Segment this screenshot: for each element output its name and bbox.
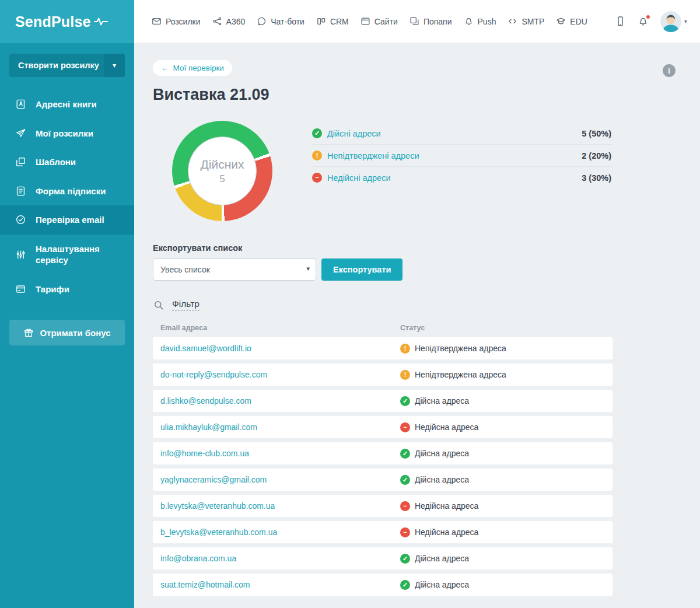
- status-label: Недійсна адреса: [415, 501, 478, 511]
- sidebar-item-email-verification[interactable]: Перевірка email: [0, 205, 134, 235]
- check-circle-icon: [15, 214, 27, 225]
- chevron-down-icon[interactable]: ▾: [104, 54, 125, 77]
- notification-dot: [646, 15, 650, 19]
- topnav-item-crm[interactable]: CRM: [316, 16, 349, 26]
- address-book-icon: [15, 99, 27, 110]
- sidebar-item-service-settings[interactable]: Налаштування сервісу: [0, 235, 134, 275]
- chevron-down-icon: ▾: [684, 18, 687, 25]
- filter-link[interactable]: Фільтр: [172, 299, 200, 311]
- get-bonus-label: Отримати бонус: [40, 328, 110, 338]
- mobile-app-icon[interactable]: [615, 16, 626, 27]
- sidebar-item-templates[interactable]: Шаблони: [0, 148, 134, 177]
- email-link[interactable]: d.lishko@sendpulse.com: [160, 396, 400, 406]
- sidebar-item-label: Форма підписки: [36, 186, 106, 197]
- topnav-label: Сайти: [374, 17, 398, 26]
- topnav-item-a360[interactable]: A360: [212, 16, 246, 26]
- donut-center-label: Дійсних: [201, 158, 244, 172]
- sidebar-item-address-books[interactable]: Адресні книги: [0, 90, 134, 119]
- push-bell-icon: [464, 16, 474, 26]
- email-results-table: david.samuel@wordlift.io ! Непідтверджен…: [153, 337, 612, 596]
- notifications-bell-icon[interactable]: [638, 16, 649, 27]
- email-link[interactable]: yaglynaceramics@gmail.com: [160, 475, 400, 484]
- table-row: info@obrana.com.ua ✓ Дійсна адреса: [153, 547, 612, 569]
- topnav-label: Push: [478, 17, 496, 26]
- create-campaign-button[interactable]: Створити розсилку ▾: [9, 54, 125, 77]
- content-area: i ← Мої перевірки Виставка 21.09 Дійсних…: [134, 43, 700, 608]
- templates-icon: [15, 156, 27, 167]
- export-scope-select[interactable]: Увесь список: [153, 258, 316, 281]
- table-row: ulia.mikhayluk@gmail.com − Недійсна адре…: [153, 416, 612, 438]
- topnav-label: A360: [226, 17, 246, 26]
- legend-label-link[interactable]: Дійсні адреси: [327, 129, 381, 138]
- legend-label-link[interactable]: Недійсні адреси: [327, 173, 391, 183]
- sidebar-item-tariffs[interactable]: Тарифи: [0, 275, 134, 304]
- topnav-label: EDU: [570, 17, 587, 26]
- topnav-item-popups[interactable]: Попапи: [410, 16, 452, 26]
- envelope-icon: [152, 16, 162, 26]
- legend-item: ! Непідтверджені адреси 2 (20%): [311, 145, 612, 167]
- topnav-item-sites[interactable]: Сайти: [360, 16, 398, 26]
- status-cell: ✓ Дійсна адреса: [400, 580, 469, 590]
- topnav-item-chatbots[interactable]: Чат-боти: [257, 16, 304, 26]
- edu-cap-icon: [556, 16, 566, 26]
- legend-value: 2 (20%): [582, 151, 611, 160]
- topbar-right-cluster: ▾: [615, 11, 687, 32]
- sidebar-nav: Адресні книги Мої розсилки Шаблони Форма…: [0, 90, 134, 303]
- status-label: Дійсна адреса: [415, 554, 469, 563]
- status-icon: !: [400, 344, 410, 354]
- topnav-item-smtp[interactable]: SMTP: [508, 16, 544, 26]
- status-label: Дійсна адреса: [415, 396, 469, 406]
- table-row: do-not-reply@sendpulse.com ! Непідтвердж…: [153, 364, 612, 386]
- get-bonus-button[interactable]: Отримати бонус: [9, 320, 125, 345]
- sidebar-item-subscription-forms[interactable]: Форма підписки: [0, 177, 134, 206]
- email-link[interactable]: info@obrana.com.ua: [160, 554, 400, 563]
- account-menu[interactable]: ▾: [660, 11, 687, 32]
- sidebar-item-my-campaigns[interactable]: Мої розсилки: [0, 119, 134, 148]
- brand-name: SendPulse: [15, 13, 91, 30]
- chart-legend: ✓ Дійсні адреси 5 (50%) ! Непідтверджені…: [311, 123, 612, 221]
- info-icon[interactable]: i: [663, 64, 676, 77]
- email-link[interactable]: info@home-club.com.ua: [160, 449, 400, 458]
- status-icon: ✓: [400, 449, 410, 459]
- card-icon: [15, 284, 27, 295]
- email-link[interactable]: do-not-reply@sendpulse.com: [160, 370, 400, 379]
- email-link[interactable]: b.levytska@veteranhub.com.ua: [160, 501, 400, 511]
- status-icon: −: [312, 173, 322, 183]
- topnav-item-push[interactable]: Push: [464, 16, 496, 26]
- export-button[interactable]: Експортувати: [321, 258, 402, 281]
- status-label: Недійсна адреса: [415, 422, 478, 432]
- legend-label-link[interactable]: Непідтверджені адреси: [327, 151, 419, 160]
- back-to-verifications-link[interactable]: ← Мої перевірки: [153, 60, 232, 76]
- form-icon: [15, 186, 27, 197]
- status-label: Непідтверджена адреса: [415, 370, 506, 379]
- topnav-item-campaigns[interactable]: Розсилки: [152, 16, 201, 26]
- status-icon: −: [400, 422, 410, 432]
- email-link[interactable]: suat.temiz@hotmail.com: [160, 580, 400, 589]
- top-navigation: Розсилки A360 Чат-боти CRM Сайти Попапи: [134, 0, 700, 43]
- topnav-item-edu[interactable]: EDU: [556, 16, 587, 26]
- status-icon: ✓: [400, 580, 410, 590]
- back-link-label: Мої перевірки: [173, 64, 224, 72]
- page-title: Виставка 21.09: [153, 86, 612, 104]
- avatar: [660, 11, 681, 32]
- crm-icon: [316, 16, 326, 26]
- sliders-icon: [15, 249, 27, 260]
- email-link[interactable]: ulia.mikhayluk@gmail.com: [160, 422, 400, 432]
- table-row: suat.temiz@hotmail.com ✓ Дійсна адреса: [153, 574, 612, 596]
- sidebar-item-label: Тарифи: [36, 284, 69, 295]
- sendpulse-logo[interactable]: SendPulse: [0, 0, 134, 43]
- sidebar-item-label: Перевірка email: [36, 214, 104, 226]
- status-cell: ✓ Дійсна адреса: [400, 554, 469, 564]
- email-link[interactable]: b_levytska@veteranhub.com.ua: [160, 527, 400, 537]
- sidebar-item-label: Налаштування сервісу: [36, 243, 117, 266]
- smtp-code-icon: [508, 16, 517, 26]
- status-icon: −: [400, 501, 410, 511]
- export-scope-select-wrap: Увесь список ▾: [153, 258, 316, 281]
- export-controls: Увесь список ▾ Експортувати: [153, 258, 612, 281]
- pulse-icon: [94, 17, 108, 26]
- column-header-status: Статус: [400, 324, 425, 332]
- email-link[interactable]: david.samuel@wordlift.io: [160, 344, 400, 353]
- sidebar-item-label: Адресні книги: [36, 99, 97, 110]
- status-cell: ! Непідтверджена адреса: [400, 344, 506, 354]
- status-label: Дійсна адреса: [415, 449, 469, 458]
